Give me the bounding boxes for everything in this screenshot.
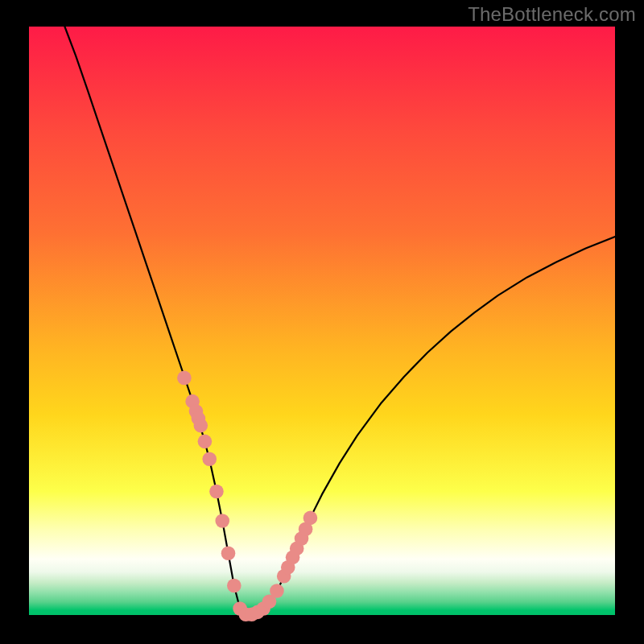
dot bbox=[198, 435, 213, 449]
dot bbox=[194, 419, 208, 433]
watermark-text: TheBottleneck.com bbox=[468, 3, 636, 26]
dot bbox=[215, 514, 229, 528]
bottleneck-chart: TheBottleneck.com bbox=[0, 0, 644, 644]
dot bbox=[209, 485, 224, 499]
dot bbox=[177, 371, 192, 386]
chart-svg bbox=[0, 0, 644, 644]
dot bbox=[227, 579, 242, 593]
dot bbox=[221, 546, 236, 560]
dot bbox=[270, 584, 284, 598]
plot-background bbox=[29, 27, 615, 615]
dot bbox=[202, 452, 217, 466]
dot bbox=[303, 511, 318, 526]
